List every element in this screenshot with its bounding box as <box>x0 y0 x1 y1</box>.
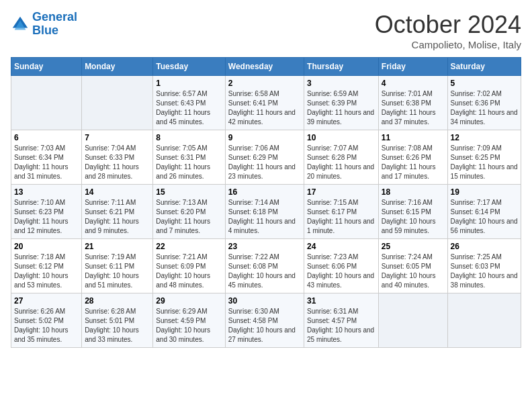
calendar-cell: 20Sunrise: 7:18 AM Sunset: 6:12 PM Dayli… <box>11 239 82 293</box>
calendar-cell: 3Sunrise: 6:59 AM Sunset: 6:39 PM Daylig… <box>304 76 379 130</box>
cell-content: Sunrise: 7:25 AM Sunset: 6:03 PM Dayligh… <box>451 253 518 290</box>
calendar-cell: 21Sunrise: 7:19 AM Sunset: 6:11 PM Dayli… <box>82 239 153 293</box>
cell-content: Sunrise: 7:22 AM Sunset: 6:08 PM Dayligh… <box>228 253 301 290</box>
weekday-header-saturday: Saturday <box>447 58 521 76</box>
calendar-cell: 23Sunrise: 7:22 AM Sunset: 6:08 PM Dayli… <box>225 239 304 293</box>
weekday-header-tuesday: Tuesday <box>153 58 225 76</box>
day-number: 21 <box>85 242 150 251</box>
cell-content: Sunrise: 7:24 AM Sunset: 6:05 PM Dayligh… <box>382 253 445 290</box>
day-number: 4 <box>382 79 445 88</box>
cell-content: Sunrise: 7:05 AM Sunset: 6:31 PM Dayligh… <box>156 144 222 181</box>
calendar-cell: 11Sunrise: 7:08 AM Sunset: 6:26 PM Dayli… <box>378 130 447 185</box>
cell-content: Sunrise: 6:58 AM Sunset: 6:41 PM Dayligh… <box>228 89 301 127</box>
calendar-cell: 25Sunrise: 7:24 AM Sunset: 6:05 PM Dayli… <box>378 239 447 293</box>
cell-content: Sunrise: 6:31 AM Sunset: 4:57 PM Dayligh… <box>307 307 375 345</box>
cell-content: Sunrise: 7:15 AM Sunset: 6:17 PM Dayligh… <box>307 198 375 236</box>
cell-content: Sunrise: 7:01 AM Sunset: 6:38 PM Dayligh… <box>382 89 445 127</box>
cell-content: Sunrise: 7:13 AM Sunset: 6:20 PM Dayligh… <box>156 198 222 236</box>
calendar-cell: 5Sunrise: 7:02 AM Sunset: 6:36 PM Daylig… <box>447 76 521 130</box>
cell-content: Sunrise: 7:08 AM Sunset: 6:26 PM Dayligh… <box>382 144 445 181</box>
calendar-cell: 8Sunrise: 7:05 AM Sunset: 6:31 PM Daylig… <box>153 130 225 185</box>
day-number: 9 <box>228 133 301 142</box>
calendar-cell: 31Sunrise: 6:31 AM Sunset: 4:57 PM Dayli… <box>304 293 379 348</box>
day-number: 20 <box>14 242 79 251</box>
day-number: 12 <box>451 133 518 142</box>
cell-content: Sunrise: 7:17 AM Sunset: 6:14 PM Dayligh… <box>451 198 518 236</box>
calendar-cell <box>11 76 82 130</box>
cell-content: Sunrise: 6:57 AM Sunset: 6:43 PM Dayligh… <box>156 89 222 127</box>
day-number: 11 <box>382 133 445 142</box>
day-number: 2 <box>228 79 301 88</box>
week-row-5: 27Sunrise: 6:26 AM Sunset: 5:02 PM Dayli… <box>11 293 521 348</box>
cell-content: Sunrise: 7:10 AM Sunset: 6:23 PM Dayligh… <box>14 198 79 236</box>
day-number: 6 <box>14 133 79 142</box>
cell-content: Sunrise: 7:03 AM Sunset: 6:34 PM Dayligh… <box>14 144 79 181</box>
cell-content: Sunrise: 6:29 AM Sunset: 4:59 PM Dayligh… <box>156 307 222 345</box>
calendar-cell <box>447 293 521 348</box>
calendar-cell: 7Sunrise: 7:04 AM Sunset: 6:33 PM Daylig… <box>82 130 153 185</box>
cell-content: Sunrise: 7:09 AM Sunset: 6:25 PM Dayligh… <box>451 144 518 181</box>
day-number: 25 <box>382 242 445 251</box>
calendar-cell: 16Sunrise: 7:14 AM Sunset: 6:18 PM Dayli… <box>225 185 304 239</box>
day-number: 30 <box>228 296 301 306</box>
calendar-cell: 24Sunrise: 7:23 AM Sunset: 6:06 PM Dayli… <box>304 239 379 293</box>
cell-content: Sunrise: 6:30 AM Sunset: 4:58 PM Dayligh… <box>228 307 301 345</box>
weekday-header-row: SundayMondayTuesdayWednesdayThursdayFrid… <box>11 58 521 76</box>
weekday-header-sunday: Sunday <box>11 58 82 76</box>
day-number: 7 <box>85 133 150 142</box>
logo-line1: General <box>32 10 77 24</box>
calendar-table: SundayMondayTuesdayWednesdayThursdayFrid… <box>11 57 521 348</box>
cell-content: Sunrise: 6:59 AM Sunset: 6:39 PM Dayligh… <box>307 89 375 127</box>
calendar-cell: 4Sunrise: 7:01 AM Sunset: 6:38 PM Daylig… <box>378 76 447 130</box>
calendar-cell <box>82 76 153 130</box>
calendar-cell: 12Sunrise: 7:09 AM Sunset: 6:25 PM Dayli… <box>447 130 521 185</box>
weekday-header-monday: Monday <box>82 58 153 76</box>
calendar-cell: 13Sunrise: 7:10 AM Sunset: 6:23 PM Dayli… <box>11 185 82 239</box>
calendar-cell: 1Sunrise: 6:57 AM Sunset: 6:43 PM Daylig… <box>153 76 225 130</box>
calendar-cell: 10Sunrise: 7:07 AM Sunset: 6:28 PM Dayli… <box>304 130 379 185</box>
logo: General Blue <box>11 11 77 38</box>
location-subtitle: Campolieto, Molise, Italy <box>375 39 521 50</box>
calendar-cell: 9Sunrise: 7:06 AM Sunset: 6:29 PM Daylig… <box>225 130 304 185</box>
calendar-cell: 30Sunrise: 6:30 AM Sunset: 4:58 PM Dayli… <box>225 293 304 348</box>
cell-content: Sunrise: 7:04 AM Sunset: 6:33 PM Dayligh… <box>85 144 150 181</box>
week-row-4: 20Sunrise: 7:18 AM Sunset: 6:12 PM Dayli… <box>11 239 521 293</box>
month-title: October 2024 <box>375 11 521 39</box>
cell-content: Sunrise: 7:21 AM Sunset: 6:09 PM Dayligh… <box>156 253 222 290</box>
weekday-header-wednesday: Wednesday <box>225 58 304 76</box>
calendar-cell <box>378 293 447 348</box>
day-number: 1 <box>156 79 222 88</box>
cell-content: Sunrise: 7:07 AM Sunset: 6:28 PM Dayligh… <box>307 144 375 181</box>
calendar-cell: 27Sunrise: 6:26 AM Sunset: 5:02 PM Dayli… <box>11 293 82 348</box>
calendar-cell: 22Sunrise: 7:21 AM Sunset: 6:09 PM Dayli… <box>153 239 225 293</box>
calendar-cell: 18Sunrise: 7:16 AM Sunset: 6:15 PM Dayli… <box>378 185 447 239</box>
day-number: 31 <box>307 296 375 306</box>
weekday-header-friday: Friday <box>378 58 447 76</box>
title-block: October 2024 Campolieto, Molise, Italy <box>375 11 521 50</box>
calendar-cell: 19Sunrise: 7:17 AM Sunset: 6:14 PM Dayli… <box>447 185 521 239</box>
logo-line2: Blue <box>32 24 58 37</box>
day-number: 26 <box>451 242 518 251</box>
calendar-cell: 17Sunrise: 7:15 AM Sunset: 6:17 PM Dayli… <box>304 185 379 239</box>
week-row-2: 6Sunrise: 7:03 AM Sunset: 6:34 PM Daylig… <box>11 130 521 185</box>
day-number: 10 <box>307 133 375 142</box>
cell-content: Sunrise: 7:18 AM Sunset: 6:12 PM Dayligh… <box>14 253 79 290</box>
cell-content: Sunrise: 6:28 AM Sunset: 5:01 PM Dayligh… <box>85 307 150 345</box>
day-number: 5 <box>451 79 518 88</box>
calendar-cell: 6Sunrise: 7:03 AM Sunset: 6:34 PM Daylig… <box>11 130 82 185</box>
page-header: General Blue October 2024 Campolieto, Mo… <box>11 11 521 50</box>
logo-icon <box>11 15 30 34</box>
calendar-cell: 29Sunrise: 6:29 AM Sunset: 4:59 PM Dayli… <box>153 293 225 348</box>
cell-content: Sunrise: 7:06 AM Sunset: 6:29 PM Dayligh… <box>228 144 301 181</box>
day-number: 29 <box>156 296 222 306</box>
cell-content: Sunrise: 7:19 AM Sunset: 6:11 PM Dayligh… <box>85 253 150 290</box>
cell-content: Sunrise: 7:14 AM Sunset: 6:18 PM Dayligh… <box>228 198 301 236</box>
day-number: 16 <box>228 187 301 197</box>
day-number: 15 <box>156 187 222 197</box>
calendar-cell: 14Sunrise: 7:11 AM Sunset: 6:21 PM Dayli… <box>82 185 153 239</box>
day-number: 13 <box>14 187 79 197</box>
cell-content: Sunrise: 7:23 AM Sunset: 6:06 PM Dayligh… <box>307 253 375 290</box>
day-number: 23 <box>228 242 301 251</box>
calendar-cell: 26Sunrise: 7:25 AM Sunset: 6:03 PM Dayli… <box>447 239 521 293</box>
cell-content: Sunrise: 7:16 AM Sunset: 6:15 PM Dayligh… <box>382 198 445 236</box>
